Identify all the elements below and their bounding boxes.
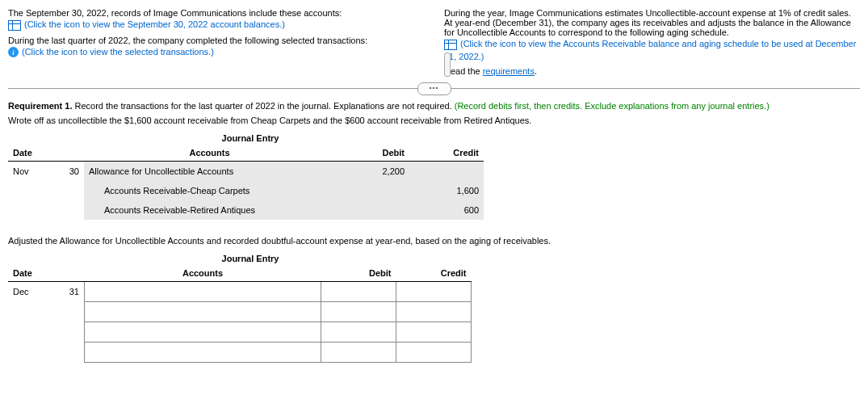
table-icon[interactable] xyxy=(8,20,21,31)
day-cell: 30 xyxy=(50,162,84,182)
table-icon[interactable] xyxy=(444,40,457,50)
intro-line1: The September 30, 2022, records of Image… xyxy=(8,8,412,18)
requirements-link[interactable]: requirements xyxy=(483,66,535,76)
debit-input[interactable] xyxy=(321,302,396,322)
header-credit: Credit xyxy=(409,145,484,162)
day-cell: 31 xyxy=(50,282,85,302)
header-accounts: Accounts xyxy=(85,265,321,282)
journal-title-2: Journal Entry xyxy=(97,254,404,263)
header-accounts: Accounts xyxy=(84,145,335,162)
account-input[interactable] xyxy=(85,343,321,363)
requirement-text: Record the transactions for the last qua… xyxy=(72,101,454,111)
account-cell: Accounts Receivable-Cheap Carpets xyxy=(84,181,335,200)
debit-input[interactable] xyxy=(321,322,396,343)
account-input[interactable] xyxy=(85,302,321,322)
account-input[interactable] xyxy=(85,322,321,343)
month-cell: Nov xyxy=(8,162,50,182)
debit-input[interactable] xyxy=(321,282,396,302)
aging-link-b[interactable]: 31, 2022.) xyxy=(444,52,860,61)
credit-cell: 1,600 xyxy=(409,181,484,200)
debit-cell xyxy=(335,200,409,220)
header-date: Date xyxy=(8,145,84,162)
intro-line2: During the last quarter of 2022, the com… xyxy=(8,36,412,45)
transactions-link[interactable]: (Click the icon to view the selected tra… xyxy=(22,47,214,57)
account-input[interactable] xyxy=(85,282,321,302)
aging-link-a[interactable]: (Click the icon to view the Accounts Rec… xyxy=(460,39,856,48)
header-debit: Debit xyxy=(335,145,409,162)
expand-button[interactable]: ••• xyxy=(417,82,451,95)
entry2-desc: Adjusted the Allowance for Uncollectible… xyxy=(8,236,860,246)
month-cell: Dec xyxy=(8,282,50,302)
right-paragraph: During the year, Image Communications es… xyxy=(444,8,860,37)
debit-cell: 2,200 xyxy=(335,162,409,182)
credit-cell xyxy=(409,162,484,182)
entry1-desc: Wrote off as uncollectible the $1,600 ac… xyxy=(8,116,860,125)
credit-input[interactable] xyxy=(396,282,472,302)
debit-cell xyxy=(335,181,409,200)
credit-input[interactable] xyxy=(396,343,472,363)
period: . xyxy=(535,66,537,76)
requirement-note: (Record debits first, then credits. Excl… xyxy=(455,101,769,111)
info-icon[interactable]: i xyxy=(8,47,19,57)
pane-collapse-handle[interactable] xyxy=(444,53,451,77)
header-date: Date xyxy=(8,265,85,282)
credit-cell: 600 xyxy=(409,200,484,220)
balances-link[interactable]: (Click the icon to view the September 30… xyxy=(24,19,285,29)
account-cell: Allowance for Uncollectible Accounts xyxy=(84,162,335,182)
header-credit: Credit xyxy=(396,265,472,282)
header-debit: Debit xyxy=(321,265,396,282)
journal-table-1: Date Accounts Debit Credit Nov 30 Allowa… xyxy=(8,145,484,220)
requirement-label: Requirement 1. xyxy=(8,101,72,111)
journal-table-2: Date Accounts Debit Credit Dec 31 xyxy=(8,265,472,363)
debit-input[interactable] xyxy=(321,343,396,363)
account-cell: Accounts Receivable-Retired Antiques xyxy=(84,200,335,220)
credit-input[interactable] xyxy=(396,302,472,322)
journal-title-1: Journal Entry xyxy=(97,133,404,143)
credit-input[interactable] xyxy=(396,322,472,343)
